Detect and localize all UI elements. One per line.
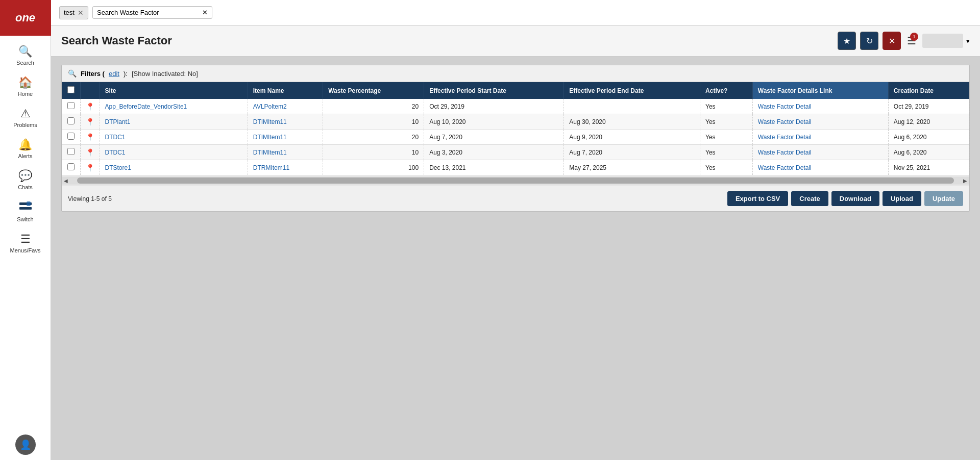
row-site[interactable]: DTDC1 [100,145,248,160]
row-waste-factor-link[interactable]: Waste Factor Detail [752,160,888,175]
row-site[interactable]: DTDC1 [100,130,248,145]
row-waste-factor-link[interactable]: Waste Factor Detail [752,114,888,130]
tab-test[interactable]: test ✕ [59,6,88,19]
row-icon-cell: 📍 [80,99,100,114]
sidebar-item-menus[interactable]: ☰ Menus/Favs [0,227,51,259]
row-waste-factor-link[interactable]: Waste Factor Detail [752,99,888,114]
viewing-label: Viewing 1-5 of 5 [68,195,112,202]
favorite-button[interactable]: ★ [838,32,856,50]
tab-search-close[interactable]: ✕ [202,9,208,16]
col-header-eff-start: Effective Period Start Date [424,82,564,99]
sidebar-label-home: Home [18,91,33,97]
row-item-name[interactable]: DTRMItem11 [248,160,323,175]
row-icon-cell: 📍 [80,130,100,145]
sidebar-item-problems[interactable]: ⚠ Problems [0,102,51,133]
row-active: Yes [700,145,753,160]
row-checkbox[interactable] [67,117,75,124]
refresh-button[interactable]: ↻ [860,32,878,50]
col-header-eff-end: Effective Period End Date [564,82,700,99]
upload-button[interactable]: Upload [883,191,921,206]
row-checkbox[interactable] [67,163,75,170]
update-button[interactable]: Update [924,191,963,206]
row-checkbox-cell [62,160,80,175]
row-item-name[interactable]: AVLPoltem2 [248,99,323,114]
row-eff-end: Aug 7, 2020 [564,145,700,160]
row-eff-start: Dec 13, 2021 [424,160,564,175]
table-footer: Viewing 1-5 of 5 Export to CSV Create Do… [62,186,969,211]
export-csv-button[interactable]: Export to CSV [727,191,788,206]
sidebar-item-switch[interactable]: Switch [0,195,51,227]
row-site[interactable]: DTStore1 [100,160,248,175]
col-header-active: Active? [700,82,753,99]
row-icon-cell: 📍 [80,114,100,130]
results-panel: 🔍 Filters (edit): [Show Inactivated: No]… [61,65,970,212]
page-title: Search Waste Factor [61,34,172,47]
row-site[interactable]: DTPlant1 [100,114,248,130]
filters-label-end: ): [124,70,128,78]
row-creation-date: Nov 25, 2021 [888,160,969,175]
filters-label: Filters ( [81,70,105,78]
user-dropdown-arrow[interactable]: ▾ [966,37,970,45]
row-waste-factor-link[interactable]: Waste Factor Detail [752,145,888,160]
row-active: Yes [700,114,753,130]
notif-badge: 1 [910,33,918,41]
row-site[interactable]: App_BeforeDate_VendorSite1 [100,99,248,114]
select-all-checkbox[interactable] [67,86,75,93]
row-item-name[interactable]: DTIMItem11 [248,145,323,160]
search-waste-input[interactable] [97,9,199,16]
sidebar-label-alerts: Alerts [18,153,32,159]
row-eff-start: Aug 10, 2020 [424,114,564,130]
scroll-right-arrow[interactable]: ▶ [963,178,967,184]
site-icon: 📍 [86,164,94,172]
sidebar-item-home[interactable]: 🏠 Home [0,71,51,102]
table-row: 📍 App_BeforeDate_VendorSite1 AVLPoltem2 … [62,99,969,114]
footer-buttons: Export to CSV Create Download Upload Upd… [727,191,963,206]
main-area: test ✕ ✕ Search Waste Factor ★ ↻ ✕ ☰ 1 ▾ [51,0,980,460]
tab-search-waste[interactable]: ✕ [92,6,212,19]
scrollbar-thumb[interactable] [77,177,954,184]
site-icon: 📍 [86,148,94,157]
svg-rect-1 [19,207,32,210]
row-eff-start: Aug 3, 2020 [424,145,564,160]
row-waste-factor-link[interactable]: Waste Factor Detail [752,130,888,145]
row-item-name[interactable]: DTIMItem11 [248,114,323,130]
sidebar-item-search[interactable]: 🔍 Search [0,40,51,71]
row-checkbox[interactable] [67,148,75,155]
sidebar: one 🔍 Search 🏠 Home ⚠ Problems 🔔 Alerts … [0,0,51,460]
notification-bell[interactable]: ☰ 1 [905,33,918,49]
app-logo[interactable]: one [0,0,51,36]
col-header-waste-link: Waste Factor Details Link [752,82,888,99]
alerts-icon: 🔔 [18,138,32,151]
table-row: 📍 DTDC1 DTIMItem11 20 Aug 7, 2020 Aug 9,… [62,130,969,145]
row-active: Yes [700,160,753,175]
filters-bar: 🔍 Filters (edit): [Show Inactivated: No] [62,65,969,82]
row-checkbox-cell [62,130,80,145]
create-button[interactable]: Create [791,191,828,206]
tab-test-close[interactable]: ✕ [78,9,84,17]
filters-edit-link[interactable]: edit [109,70,119,78]
menus-icon: ☰ [20,233,31,246]
row-creation-date: Oct 29, 2019 [888,99,969,114]
user-area[interactable]: ▾ [922,34,970,48]
row-checkbox-cell [62,99,80,114]
sidebar-label-chats: Chats [18,184,33,190]
col-header-creation: Creation Date [888,82,969,99]
user-avatar[interactable]: 👤 [15,435,36,455]
download-button[interactable]: Download [831,191,879,206]
sidebar-item-alerts[interactable]: 🔔 Alerts [0,133,51,164]
row-checkbox[interactable] [67,133,75,140]
sidebar-item-chats[interactable]: 💬 Chats [0,164,51,195]
row-creation-date: Aug 12, 2020 [888,114,969,130]
scroll-left-arrow[interactable]: ◀ [64,178,68,184]
row-checkbox[interactable] [67,102,75,109]
header-actions: ★ ↻ ✕ ☰ 1 ▾ [838,32,970,50]
site-icon: 📍 [86,118,94,126]
row-item-name[interactable]: DTIMItem11 [248,130,323,145]
col-header-waste-pct: Waste Percentage [323,82,424,99]
site-icon: 📍 [86,133,94,141]
topbar: test ✕ ✕ [51,0,980,25]
horizontal-scrollbar[interactable]: ◀ ▶ [62,176,969,185]
svg-rect-2 [27,201,31,206]
table-row: 📍 DTPlant1 DTIMItem11 10 Aug 10, 2020 Au… [62,114,969,130]
close-button[interactable]: ✕ [883,32,901,50]
